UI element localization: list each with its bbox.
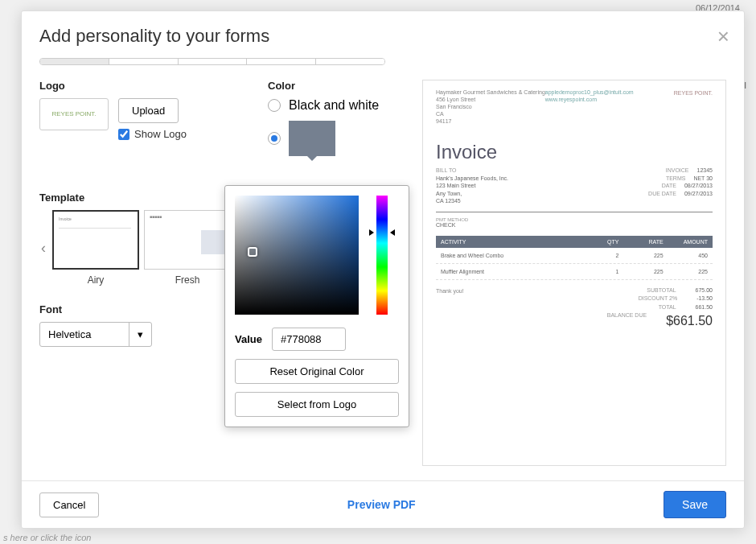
- table-row: Muffler Alignment 1 225 225: [436, 264, 713, 280]
- table-row: Brake and Wheel Combo 2 225 450: [436, 248, 713, 264]
- template-section-label: Template: [39, 192, 250, 204]
- modal: Add personality to your forms × Style He…: [21, 10, 745, 529]
- cancel-button[interactable]: Cancel: [39, 492, 99, 517]
- modal-header: Add personality to your forms ×: [22, 11, 744, 58]
- template-card-airy[interactable]: Invoice Airy: [52, 210, 139, 286]
- preview-title: Invoice: [436, 125, 713, 163]
- font-select[interactable]: Helvetica ▾: [39, 322, 152, 347]
- radio-bw[interactable]: [268, 99, 281, 112]
- preview-table-header: ACTIVITY QTY RATE AMOUNT: [436, 236, 713, 248]
- color-sv-area[interactable]: [235, 196, 359, 315]
- template-thumb-airy: Invoice: [52, 210, 139, 270]
- modal-footer: Cancel Preview PDF Save: [22, 480, 744, 528]
- show-logo-checkbox[interactable]: [118, 129, 129, 140]
- upload-button[interactable]: Upload: [118, 98, 179, 123]
- sv-handle[interactable]: [248, 247, 257, 257]
- preview-pmt-method: CHECK: [436, 222, 713, 228]
- preview-table: ACTIVITY QTY RATE AMOUNT Brake and Wheel…: [436, 236, 713, 280]
- preview-company: Haymaker Gourmet Sandwiches & Catering 4…: [436, 89, 545, 125]
- template-section: Template ‹ Invoice Airy ■■■■■: [39, 192, 250, 286]
- template-name-fresh: Fresh: [144, 274, 231, 286]
- modal-body: Logo REYES POINT. Upload Show Logo Templ…: [22, 65, 744, 480]
- tab-style[interactable]: Style: [40, 59, 109, 65]
- font-section-label: Font: [39, 303, 250, 315]
- preview-pdf-link[interactable]: Preview PDF: [99, 498, 664, 511]
- logo-brand-text: REYES POINT.: [51, 111, 96, 117]
- color-section-label: Color: [268, 80, 405, 92]
- hue-handle[interactable]: [374, 229, 390, 234]
- tab-more[interactable]: More: [316, 59, 384, 65]
- radio-custom-color[interactable]: [268, 132, 281, 145]
- preview-thank-you: Thank you!: [436, 288, 607, 332]
- bg-hint-text: s here or click the icon: [3, 533, 91, 542]
- logo-preview[interactable]: REYES POINT.: [39, 98, 109, 130]
- color-hue-bar[interactable]: [376, 196, 388, 315]
- close-icon[interactable]: ×: [717, 24, 729, 49]
- left-column: Logo REYES POINT. Upload Show Logo Templ…: [39, 80, 250, 466]
- template-thumb-fresh: ■■■■■: [144, 210, 231, 270]
- color-swatch[interactable]: [289, 121, 335, 156]
- preview-bill-to: BILL TO Hank's Japanese Foods, Inc. 123 …: [436, 167, 648, 204]
- select-from-logo-button[interactable]: Select from Logo: [235, 392, 399, 417]
- font-select-value: Helvetica: [48, 328, 91, 340]
- tab-bar: Style Header Columns Footer More: [39, 58, 385, 65]
- template-prev-icon[interactable]: ‹: [39, 240, 47, 257]
- template-name-airy: Airy: [52, 274, 139, 286]
- color-picker-popover: Value Reset Original Color Select from L…: [224, 185, 409, 427]
- color-value-label: Value: [235, 333, 262, 345]
- color-value-input[interactable]: [272, 328, 346, 351]
- preview-totals: SUBTOTAL675.00 DISCOUNT 2%-13.50 TOTAL66…: [607, 286, 713, 332]
- save-button[interactable]: Save: [664, 491, 726, 518]
- bw-label: Black and white: [289, 98, 379, 113]
- reset-color-button[interactable]: Reset Original Color: [235, 359, 399, 384]
- preview-meta: INVOICE12345 TERMSNET 30 DATE08/27/2013 …: [648, 167, 713, 204]
- logo-section-label: Logo: [39, 80, 250, 92]
- chevron-down-icon: ▾: [129, 323, 151, 346]
- tab-footer[interactable]: Footer: [247, 59, 316, 65]
- modal-title: Add personality to your forms: [39, 26, 726, 47]
- invoice-preview: Haymaker Gourmet Sandwiches & Catering 4…: [422, 80, 726, 466]
- template-card-fresh[interactable]: ■■■■■ Fresh: [144, 210, 231, 286]
- tab-header[interactable]: Header: [109, 59, 179, 65]
- show-logo-label: Show Logo: [134, 128, 187, 140]
- preview-logo: REYES POINT.: [674, 90, 713, 96]
- font-section: Font Helvetica ▾: [39, 303, 250, 347]
- tab-columns[interactable]: Columns: [179, 59, 248, 65]
